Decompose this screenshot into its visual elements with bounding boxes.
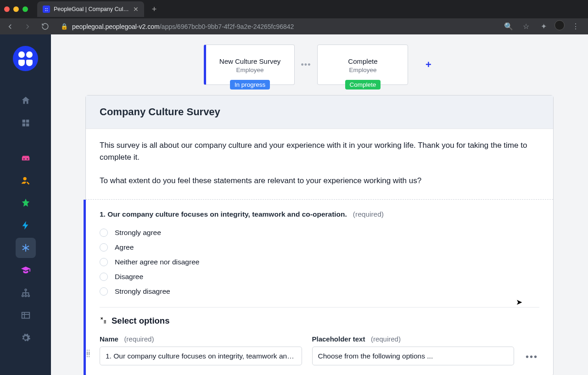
nav-graduation-icon[interactable] [16,260,36,280]
field-label: Name (required) [100,335,302,343]
favicon-icon: :: [43,6,50,13]
workflow-steps: New Culture Survey Employee In progress … [51,34,588,95]
step-subtitle: Employee [236,67,264,73]
config-fields: ⠿⠿ Name (required) Placeholder text [100,335,539,365]
back-button[interactable] [4,20,17,33]
nav-bolt-icon[interactable] [16,215,36,235]
radio-option[interactable]: Agree [100,243,539,252]
question-block[interactable]: 1. Our company culture focuses on integr… [84,200,553,375]
radio-group: Strongly agree Agree Neither agree nor d… [100,229,539,296]
field-name: ⠿⠿ Name (required) [100,335,302,365]
app-root: New Culture Survey Employee In progress … [0,34,588,375]
app-logo[interactable] [13,46,38,71]
radio-label: Strongly disagree [115,287,170,296]
question-config: Select options ⠿⠿ Name (required) [100,307,539,365]
forward-button[interactable] [21,20,34,33]
lock-icon: 🔒 [61,23,68,30]
step-new-culture-survey[interactable]: New Culture Survey Employee In progress [204,45,295,85]
address-bar[interactable]: 🔒 peoplegoal.peoplegoal-v2.com/apps/6967… [56,23,498,30]
radio-icon[interactable] [100,229,108,237]
tab-strip: :: PeopleGoal | Company Culture ✕ + [0,0,588,18]
question-title: 1. Our company culture focuses on integr… [100,210,539,218]
step-title: Complete [348,57,377,65]
radio-icon[interactable] [100,287,108,296]
radio-label: Disagree [115,273,143,281]
card-header: Company Culture Survey [86,95,553,129]
browser-toolbar: 🔒 peoplegoal.peoplegoal-v2.com/apps/6967… [0,18,588,34]
minimize-window-icon[interactable] [13,6,19,12]
radio-icon[interactable] [100,273,108,281]
step-complete[interactable]: Complete Employee Complete [317,45,408,85]
drag-handle-icon[interactable]: ⠿⠿ [86,351,91,357]
survey-title: Company Culture Survey [100,106,539,118]
radio-icon[interactable] [100,243,108,252]
step-title: New Culture Survey [219,57,280,65]
browser-chrome: :: PeopleGoal | Company Culture ✕ + 🔒 pe… [0,0,588,34]
survey-card: Company Culture Survey This survey is al… [85,95,554,375]
nav-robot-icon[interactable] [16,148,36,168]
svg-rect-2 [22,123,25,126]
nav-person-edit-icon[interactable] [16,170,36,190]
svg-point-6 [22,295,23,297]
reload-button[interactable] [39,20,51,33]
radio-option[interactable]: Strongly disagree [100,287,539,296]
close-window-icon[interactable] [4,6,10,12]
field-placeholder: Placeholder text (required) [312,335,515,365]
window-controls[interactable] [4,6,37,12]
main-content: New Culture Survey Employee In progress … [51,34,588,375]
config-section-title: Select options [100,316,539,326]
nav-spacer [16,135,36,146]
radio-label: Agree [115,243,134,252]
survey-intro: This survey is all about our company cul… [86,129,553,200]
svg-rect-9 [22,313,29,319]
intro-paragraph: This survey is all about our company cul… [100,140,539,164]
zoom-icon[interactable]: 🔍 [502,20,515,33]
step-subtitle: Employee [349,67,376,73]
svg-rect-0 [22,120,25,123]
step-connector-icon: ••• [301,60,311,70]
url-text: peoplegoal.peoplegoal-v2.com/apps/6967bc… [72,23,294,30]
status-badge: Complete [345,80,381,90]
radio-icon[interactable] [100,258,108,266]
toolbar-right: 🔍 ☆ ✦ ⋮ [502,20,584,33]
intro-paragraph: To what extent do you feel these stateme… [100,175,539,187]
placeholder-input[interactable] [312,347,515,365]
radio-option[interactable]: Neither agree nor disagree [100,258,539,266]
add-step-button[interactable]: + [421,58,435,72]
nav-home-icon[interactable] [16,90,36,111]
nav-star-icon[interactable] [16,193,36,213]
nav-gear-icon[interactable] [16,328,36,348]
kebab-menu-icon[interactable]: ⋮ [569,20,582,33]
browser-tab[interactable]: :: PeopleGoal | Company Culture ✕ [37,1,144,17]
sidebar [0,34,51,375]
nav-asterisk-icon[interactable] [16,238,36,258]
svg-point-4 [23,177,26,180]
svg-point-5 [25,289,27,291]
new-tab-button[interactable]: + [148,3,161,16]
status-badge: In progress [230,80,270,90]
star-icon[interactable]: ☆ [520,20,532,33]
radio-label: Strongly agree [115,229,161,237]
close-tab-icon[interactable]: ✕ [133,6,139,13]
profile-avatar[interactable] [554,20,565,30]
svg-point-7 [25,295,27,297]
svg-rect-1 [26,120,28,123]
extensions-icon[interactable]: ✦ [537,20,550,33]
svg-rect-3 [26,123,28,126]
maximize-window-icon[interactable] [22,6,28,12]
svg-point-8 [28,295,29,297]
radio-option[interactable]: Disagree [100,273,539,281]
field-label: Placeholder text (required) [312,335,515,343]
nav-table-icon[interactable] [16,305,36,325]
radio-label: Neither agree nor disagree [115,258,199,266]
select-options-icon [100,316,107,325]
nav-sitemap-icon[interactable] [16,283,36,303]
name-input[interactable] [100,347,302,365]
more-options-icon[interactable]: ••• [524,352,539,365]
nav-apps-icon[interactable] [16,113,36,133]
radio-option[interactable]: Strongly agree [100,229,539,237]
tab-title: PeopleGoal | Company Culture [54,6,129,12]
